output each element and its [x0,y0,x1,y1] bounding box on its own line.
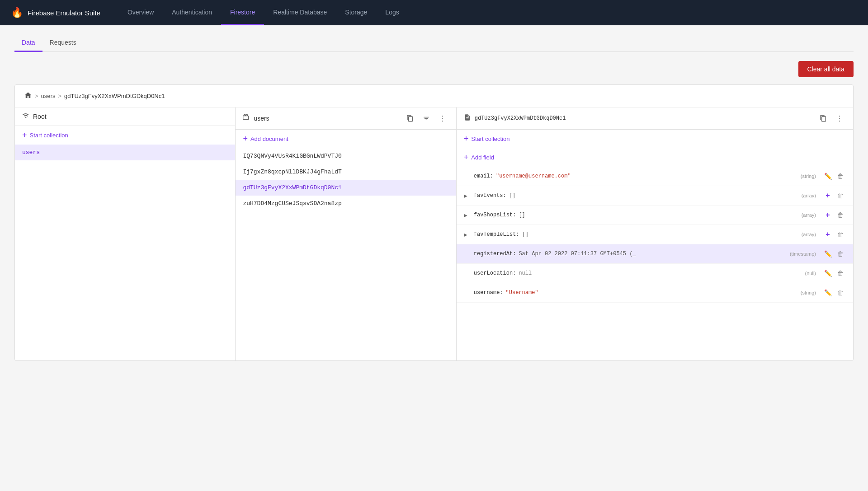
filter-btn-col2[interactable] [420,112,433,125]
col3-title: gdTUz3gFvyX2XxWPmDtGDkqD0Nc1 [475,115,813,122]
field-favevents-value: [] [509,192,799,199]
plus-icon-col3-collection: + [464,134,469,144]
add-favevents-btn[interactable]: + [822,190,833,201]
field-favshopslist-key: favShopsList: [474,212,516,218]
add-favtemplelist-btn[interactable]: + [822,229,833,240]
nav-logs[interactable]: Logs [376,0,408,25]
field-userlocation-key: userLocation: [474,270,516,276]
delete-username-btn[interactable]: 🗑 [835,287,846,298]
field-userlocation-type: (null) [805,271,820,276]
doc-item-2[interactable]: Ij7gxZn8qxcpNllDBKJJ4gFhaLdT [236,164,456,180]
field-registeredat-key: registeredAt: [474,251,516,257]
nav-firestore[interactable]: Firestore [221,0,264,25]
plus-icon-col3-field: + [464,153,469,162]
top-bar: Clear all data [14,61,854,77]
doc-item-3[interactable]: gdTUz3gFvyX2XxWPmDtGDkqD0Nc1 [236,180,456,196]
field-favevents: ▶ favEvents: [] (array) + 🗑 [457,186,853,206]
field-email-type: (string) [801,173,820,179]
start-collection-doc-btn[interactable]: + Start collection [457,130,853,148]
breadcrumb-home-icon[interactable] [24,91,32,101]
nav-overview[interactable]: Overview [118,0,163,25]
more-btn-col2[interactable]: ⋮ [436,112,449,125]
col2-title: users [254,115,400,122]
nav-links: Overview Authentication Firestore Realti… [118,0,408,25]
document-icon [464,114,471,123]
field-username-type: (string) [801,290,820,295]
field-favtemplelist-type: (array) [802,232,820,237]
field-registeredat-actions: ✏️ 🗑 [822,248,846,259]
nav-storage[interactable]: Storage [336,0,376,25]
edit-username-btn[interactable]: ✏️ [822,287,833,298]
list-item-users[interactable]: users [15,145,235,160]
delete-favevents-btn[interactable]: 🗑 [835,190,846,201]
edit-registeredat-btn[interactable]: ✏️ [822,248,833,259]
field-favshopslist-type: (array) [802,212,820,218]
firestore-container: > users > gdTUz3gFvyX2XxWPmDtGDkqD0Nc1 R… [14,84,854,361]
tab-requests[interactable]: Requests [42,34,84,52]
fire-icon: 🔥 [11,7,23,19]
brand-title: Firebase Emulator Suite [28,9,100,17]
tab-data[interactable]: Data [14,34,42,52]
edit-userlocation-btn[interactable]: ✏️ [822,268,833,279]
add-field-btn[interactable]: + Add field [457,148,853,167]
delete-email-btn[interactable]: 🗑 [835,171,846,182]
page-content: Data Requests Clear all data > users > g… [0,25,868,370]
field-favevents-key: favEvents: [474,192,506,199]
breadcrumb-users[interactable]: users [41,93,56,99]
field-favshopslist: ▶ favShopsList: [] (array) + 🗑 [457,206,853,225]
expand-favshopslist[interactable]: ▶ [464,213,471,218]
doc-item-4[interactable]: zuH7DD4MzgCUSeJSqsvSDA2na8zp [236,196,456,211]
col-header-doc: gdTUz3gFvyX2XxWPmDtGDkqD0Nc1 ⋮ [457,108,853,130]
field-username-key: username: [474,290,503,296]
wifi-icon [22,112,29,121]
column-root: Root + Start collection users [15,108,236,360]
field-userlocation: ▶ userLocation: null (null) ✏️ 🗑 [457,264,853,283]
delete-favshopslist-btn[interactable]: 🗑 [835,210,846,220]
field-username-value: "Username" [506,290,798,296]
field-email-key: email: [474,173,493,179]
field-email: ▶ email: "username@username.com" (string… [457,167,853,186]
start-collection-doc-label: Start collection [471,136,509,142]
collection-icon [243,114,250,123]
add-document-btn[interactable]: + Add document [236,130,456,148]
clear-all-button[interactable]: Clear all data [798,61,854,77]
field-email-value: "username@username.com" [496,173,798,179]
start-collection-label: Start collection [30,132,68,139]
field-favtemplelist-value: [] [522,231,799,238]
col-header-root: Root [15,108,235,126]
delete-favtemplelist-btn[interactable]: 🗑 [835,229,846,240]
field-username-actions: ✏️ 🗑 [822,287,846,298]
field-email-actions: ✏️ 🗑 [822,171,846,182]
nav-realtime-database[interactable]: Realtime Database [264,0,336,25]
breadcrumb-current: gdTUz3gFvyX2XxWPmDtGDkqD0Nc1 [64,93,165,99]
copy-btn-col3[interactable] [817,112,830,125]
doc-item-1[interactable]: IQ73QNVy4VUsR4KiGBGnLWdPVTJ0 [236,148,456,164]
add-field-label: Add field [471,154,494,161]
columns: Root + Start collection users users [15,108,853,360]
delete-userlocation-btn[interactable]: 🗑 [835,268,846,279]
copy-btn-col2[interactable] [404,112,416,125]
expand-favtemplelist[interactable]: ▶ [464,232,471,237]
field-favevents-actions: + 🗑 [822,190,846,201]
field-favtemplelist: ▶ favTempleList: [] (array) + 🗑 [457,225,853,244]
page-tabs: Data Requests [14,34,854,52]
nav-authentication[interactable]: Authentication [163,0,221,25]
start-collection-btn[interactable]: + Start collection [15,126,235,145]
brand: 🔥 Firebase Emulator Suite [11,7,100,19]
add-document-label: Add document [250,136,288,142]
breadcrumb-sep2: > [58,93,61,99]
field-favshopslist-actions: + 🗑 [822,210,846,220]
field-registeredat: ▶ registeredAt: Sat Apr 02 2022 07:11:37… [457,244,853,264]
col1-title: Root [33,113,228,120]
expand-favevents[interactable]: ▶ [464,193,471,198]
field-favtemplelist-actions: + 🗑 [822,229,846,240]
column-users: users ⋮ + Add document IQ73QNVy4VUsR4KiG… [236,108,456,360]
delete-registeredat-btn[interactable]: 🗑 [835,248,846,259]
col-header-users: users ⋮ [236,108,456,130]
add-favshopslist-btn[interactable]: + [822,210,833,220]
edit-email-btn[interactable]: ✏️ [822,171,833,182]
column-document: gdTUz3gFvyX2XxWPmDtGDkqD0Nc1 ⋮ + Start c… [457,108,853,360]
field-favshopslist-value: [] [519,212,798,218]
more-btn-col3[interactable]: ⋮ [833,112,846,125]
field-registeredat-value: Sat Apr 02 2022 07:11:37 GMT+0545 (_ [519,251,787,257]
